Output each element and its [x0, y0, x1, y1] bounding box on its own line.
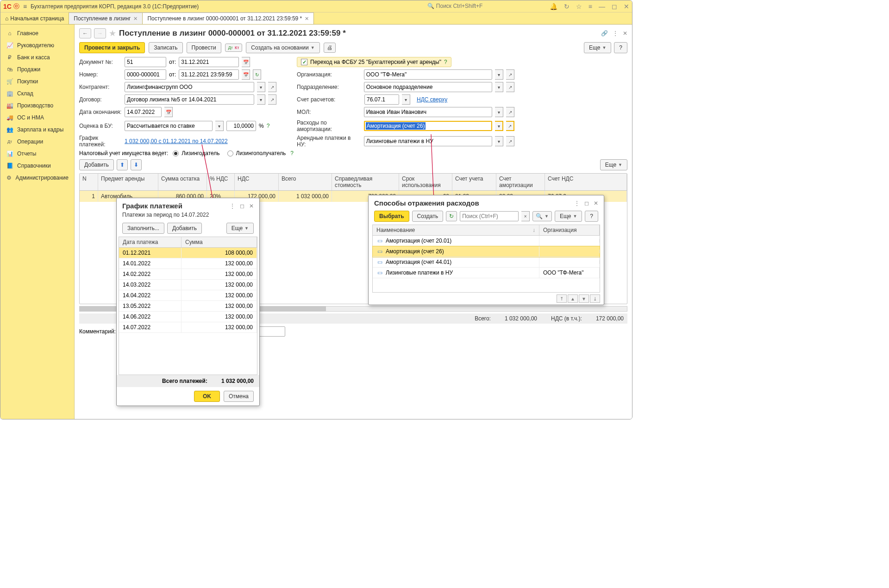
dropdown-icon[interactable]: ▾ — [495, 136, 503, 146]
clear-search-icon[interactable]: × — [521, 211, 530, 221]
bell-icon[interactable]: 🔔 — [550, 3, 557, 10]
menu-dots-icon[interactable]: ⋮ — [613, 30, 618, 37]
dropdown-icon[interactable]: ▾ — [257, 94, 265, 105]
sidebar-item-manager[interactable]: 📈Руководителю — [0, 39, 74, 51]
calendar-icon[interactable]: 📅 — [242, 69, 250, 80]
th-vat[interactable]: НДС — [235, 174, 279, 190]
division-input[interactable]: Основное подразделение — [364, 82, 493, 92]
post-close-button[interactable]: Провести и закрыть — [79, 42, 145, 53]
refresh-icon[interactable]: ↻ — [253, 69, 261, 80]
th-amort[interactable]: Счет амортизации — [496, 174, 545, 190]
lessor-radio[interactable] — [173, 150, 179, 156]
list-item[interactable]: ▭Амортизация (счет 26) — [373, 246, 600, 257]
open-icon[interactable]: ↗ — [268, 82, 276, 92]
help-icon[interactable]: ? — [267, 123, 270, 129]
menu-dots-icon[interactable]: ⋮ — [574, 200, 580, 206]
fill-button[interactable]: Заполнить... — [122, 223, 164, 234]
sidebar-item-main[interactable]: ⌂Главное — [0, 27, 74, 39]
help-icon[interactable]: ? — [444, 59, 447, 65]
th-org[interactable]: Организация — [539, 225, 600, 235]
calendar-icon[interactable]: 📅 — [164, 107, 173, 117]
help-icon[interactable]: ? — [290, 150, 294, 156]
nav-first-icon[interactable]: ⤒ — [557, 294, 567, 303]
more-button[interactable]: Еще▼ — [584, 42, 611, 53]
account-input[interactable]: 76.07.1 — [364, 94, 399, 105]
dropdown-icon[interactable]: ▾ — [495, 107, 503, 117]
select-button[interactable]: Выбрать — [374, 211, 409, 222]
th-item[interactable]: Предмет аренды — [98, 174, 158, 190]
open-icon[interactable]: ↗ — [506, 82, 514, 92]
datetime-input[interactable]: 31.12.2021 23:59:59 — [179, 69, 239, 80]
sidebar-item-reports[interactable]: 📊Отчеты — [0, 148, 74, 160]
doc-no-input[interactable]: 51 — [125, 57, 166, 67]
nav-down-icon[interactable]: ▼ — [579, 294, 589, 303]
vat-link[interactable]: НДС сверху — [417, 96, 447, 103]
dtkt-button[interactable]: ДтКт — [225, 44, 243, 52]
dropdown-icon[interactable]: ▾ — [257, 82, 265, 92]
contractor-input[interactable]: Лизингфинансгрупп ООО — [125, 82, 254, 92]
menu-dots-icon[interactable]: ⋮ — [230, 203, 235, 209]
rent-nu-input[interactable]: Лизинговые платежи в НУ — [364, 136, 493, 146]
main-menu-icon[interactable]: ≡ — [23, 3, 27, 10]
more-button[interactable]: Еще▼ — [226, 223, 254, 234]
open-icon[interactable]: ↗ — [506, 136, 514, 146]
lessee-radio[interactable] — [227, 150, 233, 156]
nav-back-button[interactable]: ← — [79, 28, 91, 38]
post-button[interactable]: Провести — [187, 42, 221, 53]
contract-input[interactable]: Договор лизинга №5 от 14.04.2021 — [125, 94, 254, 105]
close-doc-icon[interactable]: ✕ — [623, 30, 627, 37]
sidebar-item-operations[interactable]: ДтОперации — [0, 136, 74, 148]
print-button[interactable]: 🖨 — [324, 43, 336, 53]
open-icon[interactable]: ↗ — [506, 121, 514, 131]
maximize-icon[interactable]: ◻ — [584, 200, 589, 206]
sidebar-item-catalogs[interactable]: 📘Справочники — [0, 160, 74, 172]
maximize-icon[interactable]: ◻ — [612, 3, 617, 10]
open-icon[interactable]: ↗ — [506, 107, 514, 117]
tab-leasing-list[interactable]: Поступление в лизинг✕ — [69, 13, 143, 24]
sidebar-item-purchases[interactable]: 🛒Покупки — [0, 75, 74, 88]
create-button[interactable]: Создать — [412, 211, 444, 222]
history-icon[interactable]: ↻ — [564, 3, 570, 10]
close-icon[interactable]: ✕ — [249, 203, 254, 209]
help-button[interactable]: ? — [614, 42, 627, 53]
more-button[interactable]: Еще▼ — [555, 211, 582, 222]
star-icon[interactable]: ☆ — [576, 3, 582, 10]
th-name[interactable]: Наименование↓ — [373, 225, 539, 235]
cancel-button[interactable]: Отмена — [224, 391, 254, 402]
sidebar-item-assets[interactable]: 🚚ОС и НМА — [0, 112, 74, 124]
schedule-link[interactable]: 1 032 000,00 с 01.12.2021 по 14.07.2022 — [125, 138, 228, 144]
sidebar-item-warehouse[interactable]: 🏢Склад — [0, 88, 74, 100]
nav-last-icon[interactable]: ⤓ — [590, 294, 600, 303]
dropdown-icon[interactable]: ▾ — [402, 94, 410, 105]
close-icon[interactable]: ✕ — [133, 16, 138, 22]
add-row-button[interactable]: Добавить — [79, 159, 114, 170]
dropdown-icon[interactable]: ▾ — [495, 121, 503, 131]
open-icon[interactable]: ↗ — [506, 69, 514, 80]
sidebar-item-payroll[interactable]: 👥Зарплата и кадры — [0, 124, 74, 136]
open-icon[interactable]: ↗ — [268, 94, 276, 105]
table-row[interactable]: 14.01.2022132 000,00 — [119, 258, 257, 269]
table-row[interactable]: 14.02.2022132 000,00 — [119, 269, 257, 280]
more-button[interactable]: Еще▼ — [600, 159, 627, 170]
th-n[interactable]: N — [80, 174, 98, 190]
rate-input[interactable]: 10,0000 — [226, 121, 256, 131]
th-fair[interactable]: Справедливая стоимость — [332, 174, 399, 190]
table-row[interactable]: 14.03.2022132 000,00 — [119, 280, 257, 290]
close-icon[interactable]: ✕ — [624, 3, 629, 10]
tab-home[interactable]: ⌂Начальная страница — [0, 13, 69, 24]
mol-input[interactable]: Иванов Иван Иванович — [364, 107, 493, 117]
th-vatacc[interactable]: Счет НДС — [545, 174, 627, 190]
global-search-input[interactable] — [436, 3, 538, 9]
dropdown-icon[interactable]: ▾ — [495, 82, 503, 92]
th-date[interactable]: Дата платежа — [119, 237, 182, 247]
link-icon[interactable]: 🔗 — [601, 30, 608, 37]
end-date-input[interactable]: 14.07.2022 — [125, 107, 162, 117]
th-sum[interactable]: Сумма остатка — [158, 174, 207, 190]
global-search[interactable]: 🔍 — [427, 3, 543, 10]
table-row[interactable]: 13.05.2022132 000,00 — [119, 301, 257, 312]
th-acc[interactable]: Счет учета — [452, 174, 496, 190]
table-row[interactable]: 14.04.2022132 000,00 — [119, 290, 257, 301]
th-term[interactable]: Срок использования — [399, 174, 452, 190]
table-row[interactable]: 14.07.2022132 000,00 — [119, 322, 257, 333]
table-row[interactable]: 14.06.2022132 000,00 — [119, 312, 257, 322]
